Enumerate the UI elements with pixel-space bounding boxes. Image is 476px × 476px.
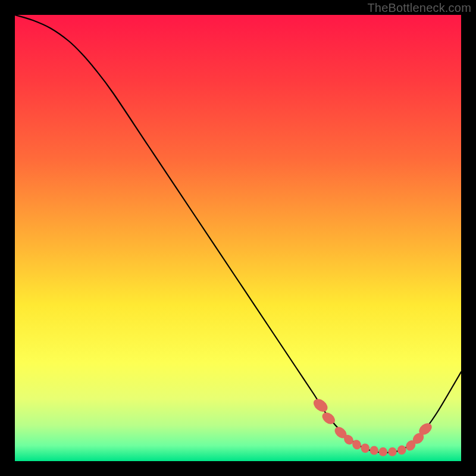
highlight-dot (370, 446, 379, 455)
highlight-dot (379, 447, 388, 456)
chart-frame: TheBottleneck.com (0, 0, 476, 476)
highlight-dot (388, 447, 397, 456)
plot-area (15, 15, 461, 461)
chart-svg (15, 15, 461, 461)
gradient-background (15, 15, 461, 461)
watermark-text: TheBottleneck.com (367, 1, 471, 15)
